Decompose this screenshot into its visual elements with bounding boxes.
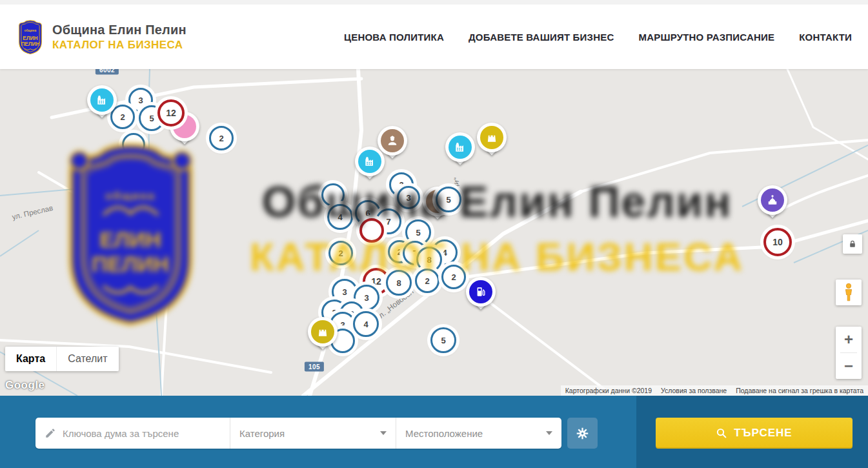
svg-text:община: община xyxy=(25,28,37,32)
zoom-control: + − xyxy=(836,327,862,379)
google-logo[interactable]: Google xyxy=(5,379,45,392)
svg-text:ЕЛИН: ЕЛИН xyxy=(23,36,37,41)
bag-pin[interactable] xyxy=(308,317,338,347)
lock-button[interactable] xyxy=(843,234,862,254)
fuel-icon xyxy=(469,280,492,303)
road-shield-105: 105 xyxy=(305,362,324,372)
map-type-satellite-button[interactable]: Сателит xyxy=(56,347,118,371)
site-title-block: Община Елин Пелин КАТАЛОГ НА БИЗНЕСА xyxy=(52,23,187,52)
page: община ЕЛИН ПЕЛИН Община Елин Пелин КАТА… xyxy=(0,0,868,468)
factory-pin[interactable] xyxy=(87,85,117,115)
category-select-value: Категория xyxy=(239,428,285,439)
svg-text:ЕЛИН: ЕЛИН xyxy=(99,227,161,252)
svg-text:община: община xyxy=(105,190,155,202)
chevron-down-icon xyxy=(380,431,387,435)
search-bar: Категория Местоположение xyxy=(0,396,868,468)
pin-head xyxy=(87,85,117,115)
search-button[interactable]: ТЪРСЕНЕ xyxy=(656,418,853,449)
search-icon xyxy=(716,427,727,439)
category-select[interactable]: Категория xyxy=(230,418,396,449)
map-type-map-button[interactable]: Карта xyxy=(5,347,56,371)
cluster-marker[interactable]: 4 xyxy=(353,311,379,337)
site-subtitle: КАТАЛОГ НА БИЗНЕСА xyxy=(52,39,187,52)
pin-head xyxy=(477,123,507,152)
keyword-search-input[interactable] xyxy=(63,428,223,439)
watermark-subtitle: КАТАЛОГ НА БИЗНЕСА xyxy=(216,234,778,280)
pin-head xyxy=(445,132,475,162)
nav-item-route-schedule[interactable]: МАРШРУТНО РАЗПИСАНИЕ xyxy=(638,32,774,43)
window-top-strip xyxy=(0,0,868,5)
attribution-terms-link[interactable]: Условия за ползване xyxy=(656,387,731,394)
factory-icon xyxy=(90,88,114,112)
road-shield-6002: 6002 xyxy=(96,69,119,75)
header: община ЕЛИН ПЕЛИН Община Елин Пелин КАТА… xyxy=(0,5,868,69)
search-button-label: ТЪРСЕНЕ xyxy=(734,427,792,440)
nav-item-pricing[interactable]: ЦЕНОВА ПОЛИТИКА xyxy=(344,32,444,43)
factory-pin[interactable] xyxy=(355,147,385,176)
nav-item-add-business[interactable]: ДОБАВЕТЕ ВАШИЯТ БИЗНЕС xyxy=(469,32,614,43)
map[interactable]: 6002 105 ул. Преслав бул. „Новосел щи“ 3… xyxy=(0,69,868,396)
attribution-report-error-link[interactable]: Подаване на сигнал за грешка в картата xyxy=(731,387,868,394)
svg-text:ПЕЛИН: ПЕЛИН xyxy=(92,252,169,276)
pin-head xyxy=(308,317,338,347)
search-field-group: Категория Местоположение xyxy=(35,418,561,449)
zoom-in-button[interactable]: + xyxy=(836,327,862,352)
bag-icon xyxy=(480,126,503,149)
watermark-crest: община ЕЛИН ПЕЛИН xyxy=(55,136,207,328)
map-attribution: Картографски данни ©2019 Условия за полз… xyxy=(561,385,868,396)
pin-head xyxy=(466,277,496,307)
pegman-icon xyxy=(842,283,856,302)
cluster-marker[interactable]: 2 xyxy=(209,126,234,150)
svg-text:ПЕЛИН: ПЕЛИН xyxy=(21,41,39,47)
factory-icon xyxy=(358,150,381,173)
location-select-value: Местоположение xyxy=(405,428,483,439)
pencil-icon xyxy=(45,427,56,439)
site-logo[interactable]: община ЕЛИН ПЕЛИН Община Елин Пелин КАТА… xyxy=(16,18,187,56)
nav-item-contacts[interactable]: КОНТАКТИ xyxy=(799,32,852,43)
municipality-crest-icon: община ЕЛИН ПЕЛИН xyxy=(16,18,45,56)
factory-pin[interactable] xyxy=(445,132,475,162)
pin-head xyxy=(355,147,385,176)
pegman-button[interactable] xyxy=(836,280,862,305)
advanced-settings-button[interactable] xyxy=(567,418,598,449)
zoom-out-button[interactable]: − xyxy=(836,353,862,379)
attribution-copyright: Картографски данни ©2019 xyxy=(561,387,656,394)
location-select[interactable]: Местоположение xyxy=(396,418,561,449)
bag-pin[interactable] xyxy=(477,123,507,152)
keyword-field[interactable] xyxy=(35,418,230,449)
chevron-down-icon xyxy=(546,431,552,435)
bag-icon xyxy=(311,320,334,343)
site-title: Община Елин Пелин xyxy=(52,23,187,37)
watermark-title: Община Елин Пелин xyxy=(213,176,781,227)
cluster-marker[interactable]: 5 xyxy=(430,327,456,353)
factory-icon xyxy=(449,136,472,159)
lock-icon xyxy=(848,239,857,249)
map-type-control: Карта Сателит xyxy=(5,347,119,371)
gear-icon xyxy=(576,427,589,440)
cluster-marker[interactable]: 12 xyxy=(157,99,185,127)
fuel-pin[interactable] xyxy=(466,277,496,307)
main-nav: ЦЕНОВА ПОЛИТИКА ДОБАВЕТЕ ВАШИЯТ БИЗНЕС М… xyxy=(344,32,852,43)
